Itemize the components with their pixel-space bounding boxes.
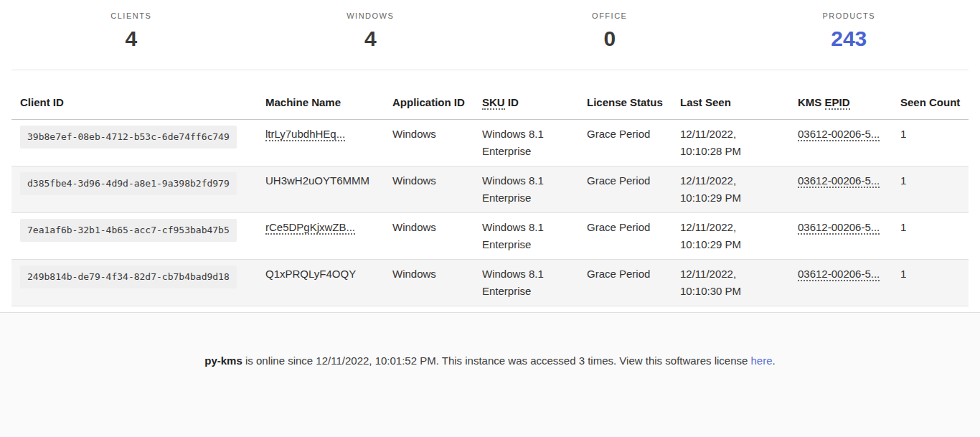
sku-id-cell: Windows 8.1 Enterprise bbox=[473, 260, 578, 306]
license-status-cell: Grace Period bbox=[578, 166, 672, 213]
application-id-cell: Windows bbox=[384, 260, 473, 306]
stat-clients: CLIENTS 4 bbox=[11, 11, 251, 52]
stat-office-value: 0 bbox=[490, 26, 730, 52]
table-header-row: Client ID Machine Name Application ID SK… bbox=[11, 70, 969, 120]
column-header-sku-id: SKU ID bbox=[473, 70, 578, 120]
status-message: py-kms is online since 12/11/2022, 10:01… bbox=[0, 313, 980, 369]
app-name: py-kms bbox=[204, 354, 242, 367]
machine-name-truncated-link[interactable]: rCe5DPgKjxwZB... bbox=[265, 221, 355, 235]
client-id-cell: 7ea1af6b-32b1-4b65-acc7-cf953bab47b5 bbox=[11, 213, 257, 260]
column-header-application-id: Application ID bbox=[384, 70, 473, 120]
seen-count-cell: 1 bbox=[892, 260, 969, 306]
column-header-seen-count: Seen Count bbox=[892, 70, 969, 120]
kms-epid-truncated-link[interactable]: 03612-00206-5... bbox=[798, 268, 880, 281]
client-id-chip: 39b8e7ef-08eb-4712-b53c-6de74ff6c749 bbox=[20, 126, 237, 149]
kms-epid-cell: 03612-00206-5... bbox=[789, 213, 892, 260]
machine-name-truncated-link[interactable]: ltrLy7ubdhHEq... bbox=[265, 128, 345, 141]
seen-count-cell: 1 bbox=[892, 166, 969, 213]
column-header-license-status: License Status bbox=[578, 70, 672, 120]
status-footer: py-kms is online since 12/11/2022, 10:01… bbox=[0, 312, 980, 437]
table-row: 249b814b-de79-4f34-82d7-cb7b4bad9d18 Q1x… bbox=[11, 260, 969, 306]
sku-id-cell: Windows 8.1 Enterprise bbox=[473, 166, 578, 213]
client-id-cell: d385fbe4-3d96-4d9d-a8e1-9a398b2fd979 bbox=[11, 166, 257, 213]
license-link[interactable]: here bbox=[751, 354, 773, 367]
py-kms-dashboard: CLIENTS 4 WINDOWS 4 OFFICE 0 PRODUCTS 24… bbox=[0, 0, 980, 437]
stat-windows-value: 4 bbox=[251, 26, 491, 52]
application-id-cell: Windows bbox=[384, 120, 473, 166]
column-header-client-id: Client ID bbox=[11, 70, 257, 120]
machine-name-cell: ltrLy7ubdhHEq... bbox=[257, 120, 384, 166]
stat-clients-value: 4 bbox=[11, 26, 251, 52]
clients-table: Client ID Machine Name Application ID SK… bbox=[11, 70, 969, 306]
machine-name-cell: rCe5DPgKjxwZB... bbox=[257, 213, 384, 260]
client-id-cell: 249b814b-de79-4f34-82d7-cb7b4bad9d18 bbox=[11, 260, 257, 306]
application-id-cell: Windows bbox=[384, 213, 473, 260]
column-header-last-seen: Last Seen bbox=[672, 70, 789, 120]
column-header-kms-epid: KMS EPID bbox=[789, 70, 892, 120]
stat-windows-label: WINDOWS bbox=[251, 11, 491, 21]
client-id-cell: 39b8e7ef-08eb-4712-b53c-6de74ff6c749 bbox=[11, 120, 257, 166]
stat-office: OFFICE 0 bbox=[490, 11, 730, 52]
status-text: is online since 12/11/2022, 10:01:52 PM.… bbox=[242, 354, 751, 367]
kms-epid-truncated-link[interactable]: 03612-00206-5... bbox=[798, 174, 880, 188]
kms-epid-cell: 03612-00206-5... bbox=[789, 166, 892, 213]
seen-count-cell: 1 bbox=[892, 213, 969, 260]
application-id-cell: Windows bbox=[384, 166, 473, 213]
license-status-cell: Grace Period bbox=[578, 213, 672, 260]
machine-name-cell: Q1xPRQLyF4OQY bbox=[257, 260, 384, 306]
kms-epid-cell: 03612-00206-5... bbox=[789, 260, 892, 306]
stat-office-label: OFFICE bbox=[490, 11, 730, 21]
client-id-chip: 249b814b-de79-4f34-82d7-cb7b4bad9d18 bbox=[20, 266, 237, 288]
stat-products-value: 243 bbox=[730, 26, 969, 52]
stat-products: PRODUCTS 243 bbox=[730, 11, 969, 52]
seen-count-cell: 1 bbox=[892, 120, 969, 166]
kms-epid-cell: 03612-00206-5... bbox=[789, 120, 892, 166]
column-header-machine-name: Machine Name bbox=[257, 70, 384, 120]
stat-windows: WINDOWS 4 bbox=[251, 11, 491, 52]
epid-abbr: EPID bbox=[825, 96, 850, 110]
last-seen-cell: 12/11/2022, 10:10:29 PM bbox=[672, 166, 789, 213]
table-row: 39b8e7ef-08eb-4712-b53c-6de74ff6c749 ltr… bbox=[11, 120, 969, 166]
kms-epid-truncated-link[interactable]: 03612-00206-5... bbox=[798, 221, 880, 235]
table-row: d385fbe4-3d96-4d9d-a8e1-9a398b2fd979 UH3… bbox=[11, 166, 969, 213]
last-seen-cell: 12/11/2022, 10:10:28 PM bbox=[672, 120, 789, 166]
license-status-cell: Grace Period bbox=[578, 260, 672, 306]
client-id-chip: 7ea1af6b-32b1-4b65-acc7-cf953bab47b5 bbox=[20, 219, 237, 242]
machine-name-cell: UH3wH2uOYT6MMM bbox=[257, 166, 384, 213]
kms-epid-truncated-link[interactable]: 03612-00206-5... bbox=[798, 128, 880, 141]
sku-id-cell: Windows 8.1 Enterprise bbox=[473, 120, 578, 166]
sku-abbr: SKU bbox=[482, 96, 505, 110]
stat-products-label: PRODUCTS bbox=[730, 11, 969, 21]
stat-clients-label: CLIENTS bbox=[11, 11, 251, 21]
license-status-cell: Grace Period bbox=[578, 120, 672, 166]
last-seen-cell: 12/11/2022, 10:10:30 PM bbox=[672, 260, 789, 306]
status-period: . bbox=[773, 354, 776, 367]
table-row: 7ea1af6b-32b1-4b65-acc7-cf953bab47b5 rCe… bbox=[11, 213, 969, 260]
sku-id-cell: Windows 8.1 Enterprise bbox=[473, 213, 578, 260]
last-seen-cell: 12/11/2022, 10:10:29 PM bbox=[672, 213, 789, 260]
stats-bar: CLIENTS 4 WINDOWS 4 OFFICE 0 PRODUCTS 24… bbox=[11, 0, 969, 70]
client-id-chip: d385fbe4-3d96-4d9d-a8e1-9a398b2fd979 bbox=[20, 172, 237, 195]
